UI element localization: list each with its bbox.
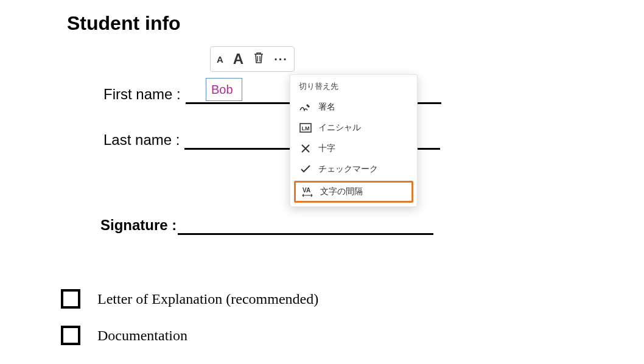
svg-text:VA: VA bbox=[303, 187, 310, 194]
switch-to-menu: 切り替え先 署名 LM イニシャル 十字 bbox=[290, 74, 418, 207]
ellipsis-icon: ··· bbox=[274, 53, 288, 65]
menu-item-character-spacing[interactable]: VA 文字の間隔 bbox=[294, 181, 413, 203]
first-name-text-annotation[interactable]: Bob bbox=[206, 78, 242, 101]
menu-item-initials[interactable]: LM イニシャル bbox=[290, 117, 417, 138]
signature-row: Signature : bbox=[100, 216, 433, 235]
checkmark-icon bbox=[299, 165, 312, 173]
page-title: Student info bbox=[67, 12, 181, 35]
annotation-toolbar: A A ··· bbox=[210, 46, 295, 72]
trash-icon bbox=[253, 52, 264, 66]
menu-item-signature[interactable]: 署名 bbox=[290, 97, 417, 117]
menu-item-cross[interactable]: 十字 bbox=[290, 138, 417, 159]
checkbox-row-documentation: Documentation bbox=[61, 326, 187, 345]
character-spacing-icon: VA bbox=[301, 186, 314, 197]
signature-icon bbox=[299, 102, 312, 112]
menu-item-label: 署名 bbox=[318, 102, 335, 113]
menu-item-label: イニシャル bbox=[318, 122, 361, 133]
checkbox-documentation-label: Documentation bbox=[97, 327, 187, 344]
menu-item-checkmark[interactable]: チェックマーク bbox=[290, 159, 417, 180]
last-name-label: Last name : bbox=[103, 131, 180, 150]
menu-item-label: 文字の間隔 bbox=[320, 186, 363, 197]
initials-icon: LM bbox=[299, 123, 312, 133]
increase-text-size-button[interactable]: A bbox=[233, 51, 243, 68]
checkbox-letter-label: Letter of Explanation (recommended) bbox=[97, 291, 318, 307]
signature-line[interactable] bbox=[178, 216, 433, 235]
menu-item-label: 十字 bbox=[318, 143, 335, 154]
decrease-text-size-button[interactable]: A bbox=[217, 54, 223, 65]
menu-item-label: チェックマーク bbox=[318, 164, 378, 175]
more-options-button[interactable]: ··· bbox=[274, 53, 288, 65]
checkbox-row-letter: Letter of Explanation (recommended) bbox=[61, 289, 318, 309]
cross-icon bbox=[299, 144, 312, 153]
checkbox-letter[interactable] bbox=[61, 289, 80, 309]
first-name-value: Bob bbox=[211, 83, 233, 97]
signature-label: Signature : bbox=[100, 217, 177, 235]
svg-text:LM: LM bbox=[302, 125, 310, 131]
checkbox-documentation[interactable] bbox=[61, 326, 80, 345]
menu-title: 切り替え先 bbox=[290, 77, 417, 97]
first-name-label: First name : bbox=[103, 86, 181, 104]
delete-button[interactable] bbox=[253, 52, 264, 66]
